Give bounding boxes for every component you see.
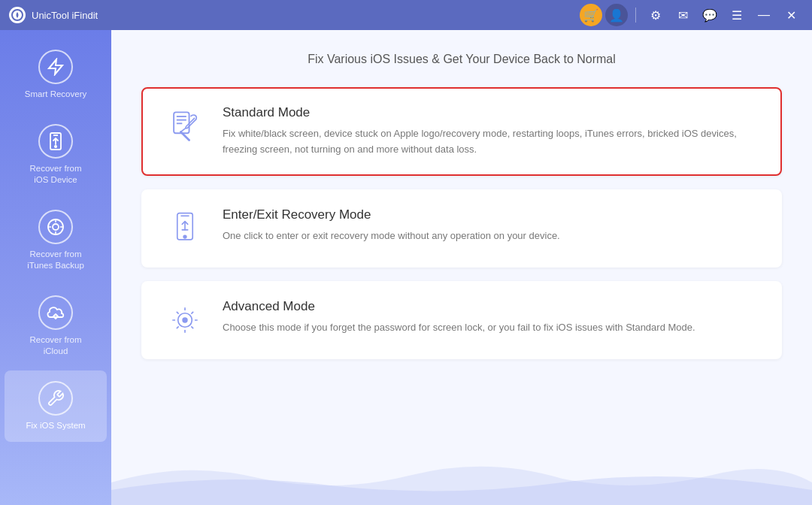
app-logo xyxy=(9,7,26,23)
app-title: UnicTool iFindit xyxy=(32,10,98,21)
chat-icon[interactable]: 💬 xyxy=(698,5,722,26)
background-hills xyxy=(111,445,812,505)
sidebar-item-recover-icloud[interactable]: Recover fromiCloud xyxy=(5,285,107,367)
svg-point-4 xyxy=(55,146,56,147)
standard-mode-title: Standard Mode xyxy=(223,105,759,120)
recover-icloud-icon xyxy=(38,295,73,330)
titlebar-right: 🛒 👤 ⚙ ✉ 💬 ☰ — ✕ xyxy=(580,4,803,26)
fix-ios-icon xyxy=(38,381,73,416)
menu-icon[interactable]: ☰ xyxy=(725,5,749,26)
svg-line-12 xyxy=(180,128,186,132)
enter-exit-content: Enter/Exit Recovery Mode One click to en… xyxy=(223,207,759,244)
mail-icon[interactable]: ✉ xyxy=(671,5,695,26)
standard-mode-content: Standard Mode Fix white/black screen, de… xyxy=(223,105,759,158)
advanced-mode-content: Advanced Mode Choose this mode if you fo… xyxy=(223,299,759,336)
cart-icon[interactable]: 🛒 xyxy=(580,4,602,26)
titlebar: UnicTool iFindit 🛒 👤 ⚙ ✉ 💬 ☰ — ✕ xyxy=(0,0,812,30)
smart-recovery-icon xyxy=(38,50,73,84)
standard-mode-icon xyxy=(164,105,206,147)
svg-point-15 xyxy=(183,235,186,238)
sidebar-item-fix-ios[interactable]: Fix iOS System xyxy=(5,370,107,442)
card-advanced-mode[interactable]: Advanced Mode Choose this mode if you fo… xyxy=(141,281,782,359)
enter-exit-desc: One click to enter or exit recovery mode… xyxy=(223,228,759,244)
sidebar-item-recover-ios[interactable]: Recover fromiOS Device xyxy=(5,113,107,196)
svg-point-6 xyxy=(53,224,59,230)
advanced-mode-title: Advanced Mode xyxy=(223,299,759,314)
sidebar-label-recover-icloud: Recover fromiCloud xyxy=(29,334,81,357)
titlebar-divider xyxy=(635,8,636,23)
svg-point-19 xyxy=(182,317,187,322)
main-layout: Smart Recovery Recover fromiOS Device xyxy=(0,30,812,505)
sidebar-item-recover-itunes[interactable]: Recover fromiTunes Backup xyxy=(5,199,107,282)
card-standard-mode[interactable]: Standard Mode Fix white/black screen, de… xyxy=(141,87,782,176)
sidebar-label-recover-ios: Recover fromiOS Device xyxy=(29,163,81,186)
enter-exit-title: Enter/Exit Recovery Mode xyxy=(223,207,759,222)
page-title: Fix Various iOS Issues & Get Your Device… xyxy=(141,53,782,66)
account-icon[interactable]: 👤 xyxy=(605,4,628,26)
sidebar-item-smart-recovery[interactable]: Smart Recovery xyxy=(5,39,107,110)
card-enter-exit-recovery[interactable]: Enter/Exit Recovery Mode One click to en… xyxy=(141,189,782,268)
titlebar-left: UnicTool iFindit xyxy=(9,7,98,23)
standard-mode-desc: Fix white/black screen, device stuck on … xyxy=(223,126,759,158)
enter-exit-icon xyxy=(164,207,206,249)
close-button[interactable]: ✕ xyxy=(779,5,803,26)
sidebar-label-fix-ios: Fix iOS System xyxy=(26,420,85,431)
sidebar: Smart Recovery Recover fromiOS Device xyxy=(0,30,111,505)
advanced-mode-icon xyxy=(164,299,206,341)
content-area: Fix Various iOS Issues & Get Your Device… xyxy=(111,30,812,505)
minimize-button[interactable]: — xyxy=(752,5,776,26)
recover-itunes-icon xyxy=(38,210,73,244)
recover-ios-icon xyxy=(38,124,73,159)
settings-icon[interactable]: ⚙ xyxy=(644,5,668,26)
sidebar-label-recover-itunes: Recover fromiTunes Backup xyxy=(27,249,84,271)
svg-marker-1 xyxy=(49,59,62,74)
sidebar-label-smart-recovery: Smart Recovery xyxy=(25,89,86,100)
advanced-mode-desc: Choose this mode if you forget the passw… xyxy=(223,320,759,336)
